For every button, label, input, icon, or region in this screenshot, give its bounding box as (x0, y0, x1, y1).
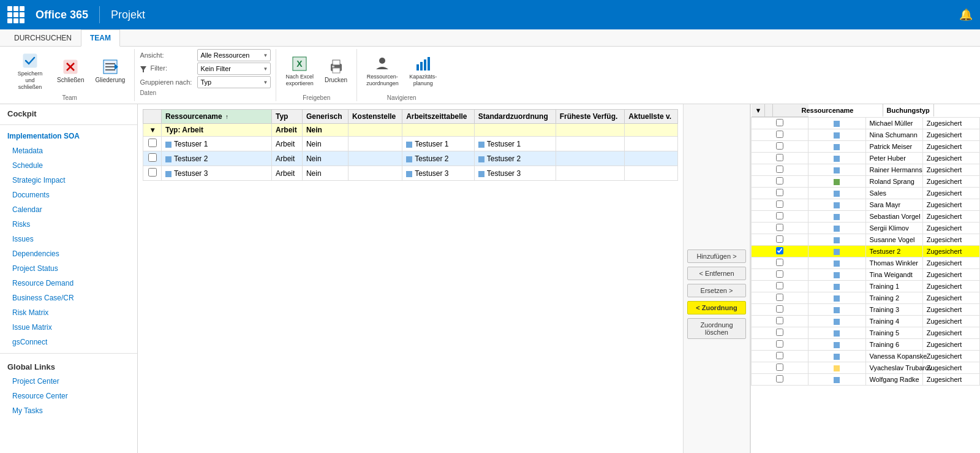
right-row19-checkbox[interactable] (776, 340, 783, 348)
right-row20-check-cell[interactable] (752, 351, 809, 362)
sidebar-item-project-center[interactable]: Project Center (0, 374, 137, 389)
right-row14-checkbox[interactable] (776, 282, 783, 289)
right-row15-checkbox[interactable] (776, 294, 783, 301)
right-row9-check-cell[interactable] (752, 223, 809, 234)
right-row0-check-cell[interactable] (752, 118, 809, 129)
col-aktuellste[interactable]: Aktuellste v. (625, 110, 678, 124)
ansicht-dropdown[interactable]: Alle Ressourcen ▼ (197, 49, 271, 61)
waffle-menu-icon[interactable] (7, 6, 24, 23)
col-kostenstelle[interactable]: Kostenstelle (348, 110, 402, 124)
right-row0-checkbox[interactable] (776, 119, 783, 126)
right-row15-check-cell[interactable] (752, 292, 809, 304)
right-row5-check-cell[interactable] (752, 176, 809, 188)
right-row12-check-cell[interactable] (752, 257, 809, 269)
sidebar-item-metadata[interactable]: Metadata (0, 143, 137, 158)
right-row17-checkbox[interactable] (776, 317, 783, 324)
right-row7-check-cell[interactable] (752, 199, 809, 211)
right-row3-check-cell[interactable] (752, 153, 809, 164)
excel-button[interactable]: X Nach Excelexportieren (281, 52, 318, 90)
col-frueheste[interactable]: Früheste Verfüg. (556, 110, 625, 124)
right-row13-checkbox[interactable] (776, 270, 783, 278)
gliederung-button[interactable]: Gliederung (91, 55, 129, 87)
remove-button[interactable]: < Entfernen (687, 267, 746, 280)
right-row4-check-cell[interactable] (752, 164, 809, 176)
tab-team[interactable]: TEAM (81, 29, 120, 47)
col-standardzuordnung[interactable]: Standardzuordnung (474, 110, 556, 124)
kapazitaetsplanung-button[interactable]: Kapazitäts-planung (405, 52, 441, 90)
right-row2-check-cell[interactable] (752, 141, 809, 153)
close-button[interactable]: Schließen (53, 55, 88, 87)
right-row22-checkbox[interactable] (776, 375, 783, 383)
right-col-ressourcename[interactable]: Ressourcename (773, 104, 883, 116)
right-row10-checkbox[interactable] (776, 235, 783, 243)
right-row11-check-cell[interactable] (752, 246, 809, 257)
right-row19-check-cell[interactable] (752, 339, 809, 351)
right-row12-checkbox[interactable] (776, 259, 783, 266)
sidebar-item-gsconnect[interactable]: gsConnect (0, 335, 137, 349)
right-row13-check-cell[interactable] (752, 269, 809, 281)
right-row18-checkbox[interactable] (776, 329, 783, 336)
row3-check-cell[interactable] (143, 166, 162, 181)
right-row8-checkbox[interactable] (776, 212, 783, 219)
row2-checkbox[interactable] (148, 153, 157, 162)
right-row10-check-cell[interactable] (752, 234, 809, 246)
right-col-dropdown[interactable]: ▼ (752, 104, 765, 116)
right-row8-check-cell[interactable] (752, 211, 809, 223)
gruppieren-dropdown[interactable]: Typ ▼ (197, 76, 271, 88)
sidebar-item-business-case[interactable]: Business Case/CR (0, 291, 137, 305)
right-row11-checkbox[interactable] (776, 247, 783, 254)
right-col-buchungstyp[interactable]: Buchungstyp (883, 104, 934, 116)
sidebar-item-issue-matrix[interactable]: Issue Matrix (0, 320, 137, 335)
sidebar-item-strategic-impact[interactable]: Strategic Impact (0, 173, 137, 188)
right-row6-check-cell[interactable] (752, 188, 809, 199)
row3-checkbox[interactable] (148, 168, 157, 177)
col-typ[interactable]: Typ (272, 110, 303, 124)
sidebar-item-resource-center[interactable]: Resource Center (0, 389, 137, 403)
ressourcenzuordnungen-button[interactable]: Ressourcen-zuordnungen (362, 52, 402, 90)
right-row1-check-cell[interactable] (752, 129, 809, 141)
sidebar-item-issues[interactable]: Issues (0, 232, 137, 246)
col-arbeitszeittabelle[interactable]: Arbeitszeittabelle (402, 110, 475, 124)
delete-assign-button[interactable]: Zuordnung löschen (687, 318, 746, 339)
sidebar-item-calendar[interactable]: Calendar (0, 202, 137, 217)
sidebar-item-risk-matrix[interactable]: Risk Matrix (0, 305, 137, 320)
right-row7-checkbox[interactable] (776, 200, 783, 208)
right-row3-checkbox[interactable] (776, 154, 783, 161)
sidebar-item-schedule[interactable]: Schedule (0, 158, 137, 173)
sidebar-item-resource-demand[interactable]: Resource Demand (0, 276, 137, 291)
col-ressourcename[interactable]: Ressourcename ↑ (162, 110, 272, 124)
right-row2-checkbox[interactable] (776, 142, 783, 150)
save-close-button[interactable]: Speichern undschließen (10, 49, 50, 93)
right-row4-checkbox[interactable] (776, 166, 783, 173)
right-row14-check-cell[interactable] (752, 281, 809, 292)
sidebar-item-risks[interactable]: Risks (0, 217, 137, 232)
assign-button[interactable]: < Zuordnung (687, 301, 746, 314)
right-row20-checkbox[interactable] (776, 352, 783, 359)
col-generisch[interactable]: Generisch (302, 110, 348, 124)
sidebar-item-dependencies[interactable]: Dependencies (0, 246, 137, 261)
row2-check-cell[interactable] (143, 151, 162, 166)
right-row6-checkbox[interactable] (776, 189, 783, 196)
bell-icon[interactable]: 🔔 (959, 9, 973, 21)
right-row17-check-cell[interactable] (752, 316, 809, 327)
row1-checkbox[interactable] (148, 139, 157, 147)
group-expand-cell[interactable]: ▾ (143, 124, 162, 137)
sidebar-item-implementation-soa[interactable]: Implementation SOA (0, 129, 137, 143)
right-row16-check-cell[interactable] (752, 304, 809, 316)
row1-check-cell[interactable] (143, 137, 162, 151)
right-row22-check-cell[interactable] (752, 374, 809, 386)
sidebar-item-my-tasks[interactable]: My Tasks (0, 403, 137, 418)
tab-durchsuchen[interactable]: DURCHSUCHEN (5, 29, 81, 47)
right-row16-checkbox[interactable] (776, 305, 783, 313)
replace-button[interactable]: Ersetzen > (687, 284, 746, 297)
right-row5-checkbox[interactable] (776, 177, 783, 185)
sidebar-item-project-status[interactable]: Project Status (0, 261, 137, 276)
right-row21-check-cell[interactable] (752, 362, 809, 374)
right-row18-check-cell[interactable] (752, 327, 809, 339)
sidebar-item-documents[interactable]: Documents (0, 188, 137, 202)
filter-dropdown[interactable]: Kein Filter ▼ (197, 63, 271, 75)
add-button[interactable]: Hinzufügen > (687, 249, 746, 263)
right-row21-checkbox[interactable] (776, 364, 783, 371)
drucken-button[interactable]: Drucken (320, 55, 352, 87)
right-row9-checkbox[interactable] (776, 224, 783, 231)
